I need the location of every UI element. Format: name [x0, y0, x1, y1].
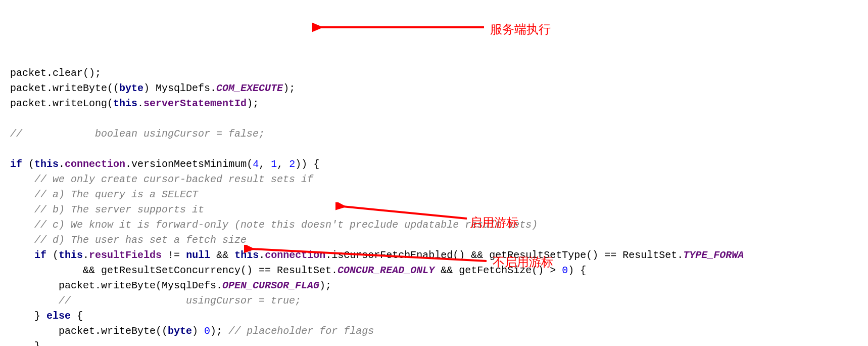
code-line: }: [10, 340, 40, 346]
code-line: // we only create cursor-backed result s…: [10, 174, 313, 185]
code-line: packet.writeByte(MysqlDefs.OPEN_CURSOR_F…: [10, 280, 331, 291]
code-line: packet.writeByte((byte) 0); // placehold…: [10, 325, 374, 337]
code-line: if (this.connection.versionMeetsMinimum(…: [10, 158, 319, 170]
code-line: // c) We know it is forward-only (note t…: [10, 219, 538, 231]
code-line: packet.writeByte((byte) MysqlDefs.COM_EX…: [10, 82, 295, 94]
code-line: // b) The server supports it: [10, 204, 204, 215]
annotation-label: 不启用游标: [493, 253, 553, 271]
code-line: if (this.resultFields != null && this.co…: [10, 249, 744, 261]
code-line: // d) The user has set a fetch size: [10, 234, 247, 246]
arrow-icon: [312, 22, 484, 32]
code-line: // boolean usingCursor = false;: [10, 128, 265, 140]
code-line: // usingCursor = true;: [10, 295, 301, 307]
code-line: packet.clear();: [10, 67, 101, 79]
code-line: packet.writeLong(this.serverStatementId)…: [10, 98, 259, 109]
annotation-label: 服务端执行: [490, 20, 551, 38]
code-line: // a) The query is a SELECT: [10, 189, 198, 200]
code-editor: packet.clear(); packet.writeByte((byte) …: [10, 66, 868, 346]
annotation-label: 启用游标: [470, 213, 518, 232]
code-line: } else {: [10, 310, 83, 322]
